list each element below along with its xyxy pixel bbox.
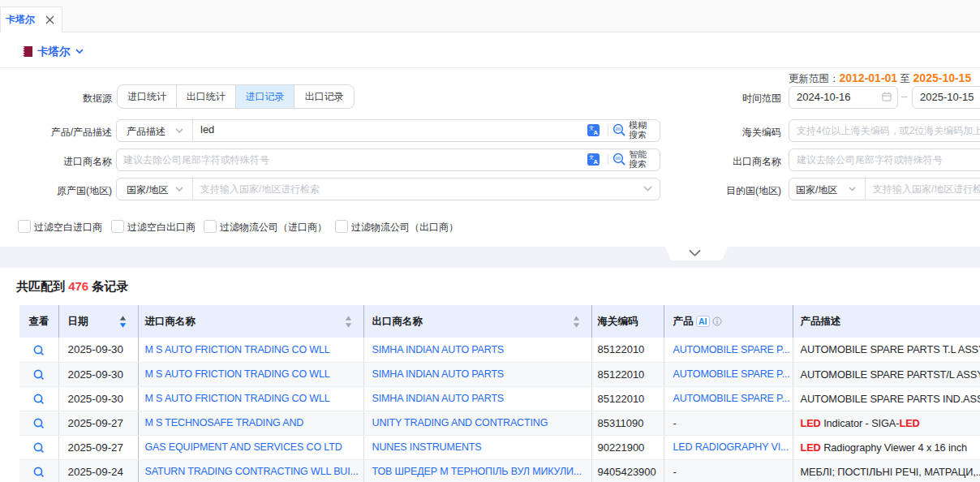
svg-text:A: A [594, 129, 599, 136]
svg-text:A: A [594, 158, 599, 166]
